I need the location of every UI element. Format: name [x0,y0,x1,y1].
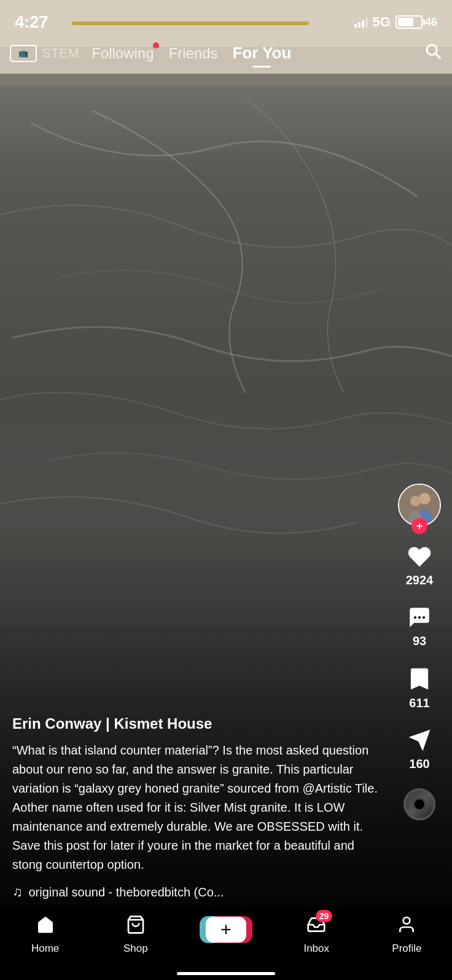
sound-line[interactable]: ♫ original sound - theboredbitch (Co... [12,884,384,900]
home-nav-item[interactable]: Home [0,915,90,955]
battery-indicator: 46 [395,15,437,29]
svg-point-13 [423,616,425,619]
shop-label: Shop [123,943,148,955]
live-tab[interactable]: 📺 [10,45,37,62]
live-icon: 📺 [10,45,37,62]
home-indicator [177,972,275,975]
creator-name[interactable]: Erin Conway | Kismet House [12,715,384,732]
status-bar: 4:27 5G 46 [0,0,452,37]
bookmark-icon [408,665,431,692]
svg-point-9 [419,493,431,504]
create-plus-icon: + [220,920,232,939]
home-label: Home [31,943,59,955]
svg-point-10 [410,496,421,506]
search-icon[interactable] [424,42,442,65]
navigation-bar: 📺 STEM Following Friends For You [0,42,452,65]
comment-icon [407,605,432,630]
music-note-icon: ♫ [12,884,23,900]
network-type: 5G [373,14,391,30]
for-you-tab[interactable]: For You [233,44,292,63]
home-icon [36,915,55,939]
share-action[interactable]: 160 [407,727,432,771]
profile-icon [397,915,416,939]
bottom-navigation: Home Shop + 29 In [0,906,452,980]
right-actions: + 2924 93 611 [398,484,441,820]
like-action[interactable]: 2924 [406,544,434,587]
share-icon [407,727,432,753]
svg-point-15 [403,917,410,924]
following-notification-dot [153,42,159,49]
music-disc[interactable] [403,788,435,820]
sound-name: original sound - theboredbitch (Co... [29,885,224,900]
bookmark-count: 611 [409,696,429,710]
svg-point-12 [418,616,421,619]
inbox-nav-item[interactable]: 29 Inbox [271,915,362,955]
creator-avatar-container[interactable]: + [398,484,441,527]
comment-action[interactable]: 93 [407,605,432,648]
svg-point-11 [414,616,416,619]
battery-level: 46 [425,16,437,29]
status-icons: 5G 46 [354,14,437,30]
inbox-label: Inbox [303,943,329,955]
live-tv-icon: 📺 [18,49,28,58]
friends-tab[interactable]: Friends [169,45,218,62]
heart-icon [407,544,432,570]
profile-nav-item[interactable]: Profile [362,915,452,955]
status-time: 4:27 [15,12,48,32]
vinyl-icon [403,788,435,820]
inbox-badge-count: 29 [316,910,333,922]
following-tab[interactable]: Following [92,45,154,62]
create-nav-item[interactable]: + [181,915,271,944]
video-caption: “What is that island counter material”? … [12,741,384,874]
svg-line-7 [435,53,440,58]
video-content: Erin Conway | Kismet House “What is that… [0,715,397,900]
share-count: 160 [409,757,429,771]
inbox-icon: 29 [306,915,326,939]
profile-label: Profile [392,943,421,955]
like-count: 2924 [406,573,434,587]
shop-icon [126,915,146,939]
signal-strength [354,17,368,28]
shop-nav-item[interactable]: Shop [90,915,181,955]
follow-button[interactable]: + [411,518,427,534]
svg-point-6 [427,45,437,55]
bookmark-action[interactable]: 611 [408,665,431,710]
stem-tab[interactable]: STEM [42,45,79,61]
comment-count: 93 [413,634,426,648]
